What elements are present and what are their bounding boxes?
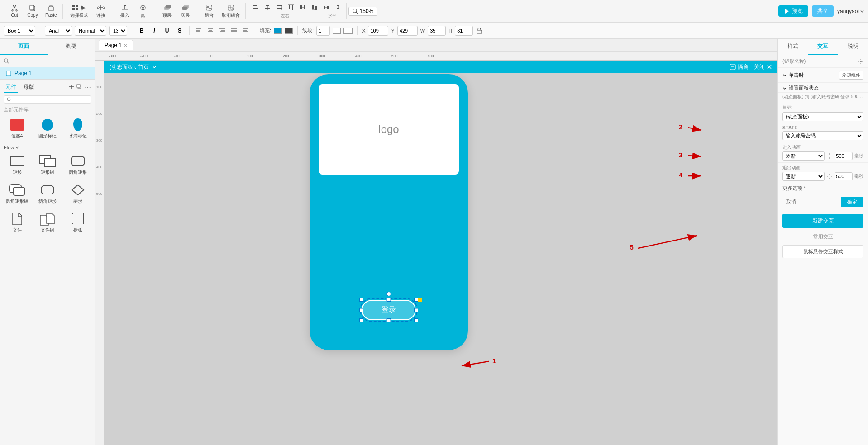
canvas-tab-close[interactable]: ✕ xyxy=(124,43,127,48)
comp-item-circle-marker[interactable]: 圆形标记 xyxy=(34,116,61,141)
align-distributed-text-btn[interactable] xyxy=(241,26,250,35)
comp-item-rounded-rect[interactable]: 圆角矩形 xyxy=(64,152,91,177)
page-search-input[interactable] xyxy=(11,58,91,64)
share-button[interactable]: 共享 xyxy=(812,5,834,17)
sidebar-tab-overview[interactable]: 概要 xyxy=(48,39,95,55)
page1-item[interactable]: Page 1 xyxy=(0,67,95,79)
sidebar-tab-pages[interactable]: 页面 xyxy=(0,39,48,55)
comp-item-file-group[interactable]: 文件组 xyxy=(34,210,61,235)
copy-button[interactable]: Copy xyxy=(24,4,41,19)
ip-tab-style[interactable]: 样式 xyxy=(778,39,808,55)
align-right-text-btn[interactable] xyxy=(218,26,227,35)
ip-new-interaction-btn[interactable]: 新建交互 xyxy=(782,214,863,228)
line-width-input[interactable] xyxy=(316,26,330,36)
handle-bl[interactable] xyxy=(359,318,363,322)
handle-mr[interactable] xyxy=(414,308,418,312)
more-comp-btn[interactable]: ⋯ xyxy=(85,84,91,91)
comp-tab-masters[interactable]: 母版 xyxy=(22,82,36,93)
dist-v-btn[interactable] xyxy=(333,3,343,12)
strikethrough-btn[interactable]: S xyxy=(175,26,185,36)
font-size-select[interactable]: 13 xyxy=(109,26,127,36)
connect-button[interactable]: 连接 xyxy=(93,3,109,19)
handle-tc[interactable] xyxy=(387,298,391,302)
ip-confirm-btn[interactable]: 确定 xyxy=(841,197,863,207)
settings-icon[interactable] xyxy=(858,59,863,64)
enter-anim-spinner[interactable] xyxy=(826,153,833,159)
fill-text-color-btn[interactable] xyxy=(285,28,293,34)
underline-btn[interactable]: U xyxy=(162,26,172,36)
point-button[interactable]: 点 xyxy=(135,3,151,19)
line-style-btn[interactable] xyxy=(343,28,353,34)
y-input[interactable] xyxy=(397,26,418,36)
align-bottom-btn[interactable] xyxy=(309,3,320,12)
fill-color-btn[interactable] xyxy=(274,28,282,34)
comp-search-input[interactable] xyxy=(14,97,88,102)
align-center-text-btn[interactable] xyxy=(206,26,215,35)
ip-target-select[interactable]: (动态面板) xyxy=(782,112,863,121)
ip-cancel-btn[interactable]: 取消 xyxy=(782,197,800,207)
ip-tab-interaction[interactable]: 交互 xyxy=(808,39,838,55)
comp-item-sticker[interactable]: 便签4 xyxy=(4,116,30,141)
ip-enter-ms-input[interactable] xyxy=(835,152,853,160)
exit-anim-spinner[interactable] xyxy=(826,173,833,180)
comp-item-file[interactable]: 文件 xyxy=(4,210,30,235)
align-left-text-btn[interactable] xyxy=(194,26,203,35)
comp-item-chamfer-rect[interactable]: 斜角矩形 xyxy=(34,181,61,206)
insert-button[interactable]: 插入 xyxy=(117,3,133,19)
top-layer-button[interactable]: 顶层 xyxy=(159,3,175,19)
comp-item-diamond[interactable]: 菱形 xyxy=(64,181,91,206)
font-family-select[interactable]: Arial xyxy=(45,26,72,36)
add-trigger-button[interactable]: 添加组件 xyxy=(839,71,863,80)
element-name-select[interactable]: Box 1 xyxy=(4,26,35,36)
lock-aspect-icon[interactable] xyxy=(476,27,483,34)
add-comp-btn[interactable] xyxy=(68,84,75,91)
align-middle-btn[interactable] xyxy=(297,3,308,12)
ip-exit-anim-select[interactable]: 逐渐 xyxy=(782,172,825,181)
rotate-handle[interactable] xyxy=(386,292,391,296)
page1-canvas-tab[interactable]: Page 1 ✕ xyxy=(99,40,133,50)
align-center-btn[interactable] xyxy=(262,3,273,12)
ip-tab-notes[interactable]: 说明 xyxy=(838,39,868,55)
handle-br[interactable] xyxy=(414,318,418,322)
login-button[interactable]: 登录 xyxy=(362,300,416,320)
dist-h-btn[interactable] xyxy=(321,3,332,12)
group-button[interactable]: 组合 xyxy=(201,3,217,19)
comp-item-bracket[interactable]: 括弧 xyxy=(64,210,91,235)
handle-bc[interactable] xyxy=(387,318,391,322)
w-input[interactable] xyxy=(428,26,446,36)
comp-item-drop-marker[interactable]: 水滴标记 xyxy=(64,116,91,141)
ip-enter-anim-select[interactable]: 逐渐 xyxy=(782,151,825,161)
handle-ml[interactable] xyxy=(359,308,363,312)
align-left-btn[interactable] xyxy=(250,3,261,12)
comp-item-rect[interactable]: 矩形 xyxy=(4,152,30,177)
copy-comp-btn[interactable] xyxy=(76,84,83,91)
cut-button[interactable]: Cut xyxy=(6,4,23,19)
preview-button[interactable]: 预览 xyxy=(778,5,808,17)
ip-hover-style-btn[interactable]: 鼠标悬停交互样式 xyxy=(782,245,863,258)
align-right-btn[interactable] xyxy=(274,3,285,12)
x-input[interactable] xyxy=(368,26,388,36)
bold-btn[interactable]: B xyxy=(137,26,147,36)
yellow-handle[interactable] xyxy=(418,298,422,302)
h-input[interactable] xyxy=(455,26,473,36)
ip-exit-ms-input[interactable] xyxy=(835,172,853,180)
align-top-btn[interactable] xyxy=(286,3,296,12)
comp-item-rect-group[interactable]: 矩形组 xyxy=(34,152,61,177)
italic-btn[interactable]: I xyxy=(149,26,159,36)
panel-isolate-btn[interactable]: 隔离 xyxy=(730,63,749,71)
select-mode-button[interactable]: 选择模式 xyxy=(67,3,91,19)
comp-tab-components[interactable]: 元件 xyxy=(4,82,18,93)
bottom-layer-button[interactable]: 底层 xyxy=(177,3,193,19)
panel-close-btn[interactable]: 关闭 xyxy=(754,63,772,71)
zoom-control[interactable]: 150% xyxy=(348,7,378,16)
line-color-btn[interactable] xyxy=(333,28,341,34)
paste-button[interactable]: Paste xyxy=(43,4,60,19)
ungroup-button[interactable]: 取消组合 xyxy=(219,3,243,19)
align-justify-text-btn[interactable] xyxy=(229,26,238,35)
font-style-select[interactable]: Normal xyxy=(75,26,106,36)
handle-tl[interactable] xyxy=(359,298,363,302)
canvas-scroll[interactable]: -300 -200 -100 0 100 200 300 400 500 600… xyxy=(95,52,777,445)
comp-item-rounded-rect-group[interactable]: 圆角矩形组 xyxy=(4,181,30,206)
ip-state-select[interactable]: 输入账号密码 xyxy=(782,131,863,140)
handle-tr[interactable] xyxy=(414,298,418,302)
